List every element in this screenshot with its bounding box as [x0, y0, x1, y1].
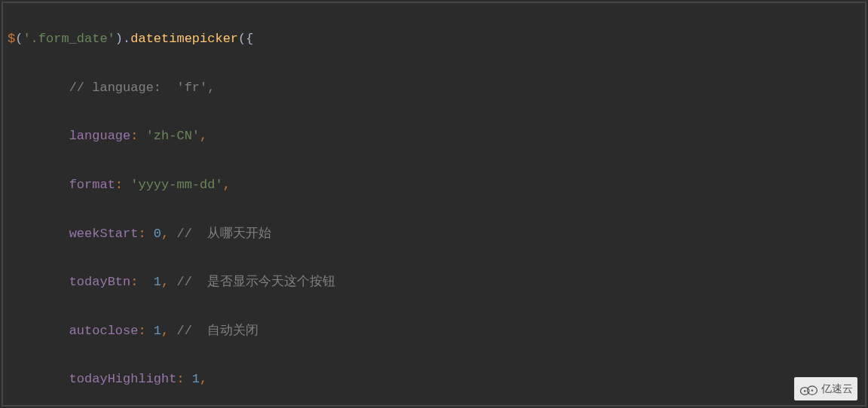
- prop-todayhighlight: todayHighlight: [69, 372, 177, 386]
- colon: :: [138, 227, 153, 241]
- indent: [8, 324, 69, 338]
- colon: :: [130, 275, 154, 289]
- indent: [8, 178, 69, 192]
- code-line-3: format: 'yyyy-mm-dd',: [8, 173, 860, 197]
- indent: [8, 275, 69, 289]
- code-line-5: todayBtn: 1, // 是否显示今天这个按钮: [8, 270, 860, 294]
- paren-open: (: [15, 32, 23, 46]
- val-format: 'yyyy-mm-dd': [130, 178, 222, 192]
- val-todaybtn: 1: [154, 275, 161, 289]
- comma: ,: [161, 324, 176, 338]
- code-line-1: // language: 'fr',: [8, 76, 860, 100]
- prop-weekstart: weekStart: [69, 227, 139, 241]
- prop-todaybtn: todayBtn: [69, 275, 131, 289]
- comment-weekstart: // 从哪天开始: [176, 227, 271, 241]
- call-open: ({: [238, 32, 253, 46]
- code-line-4: weekStart: 0, // 从哪天开始: [8, 222, 860, 246]
- comma: ,: [200, 372, 207, 386]
- code-line-6: autoclose: 1, // 自动关闭: [8, 319, 860, 343]
- code-line-0: $('.form_date').datetimepicker({: [8, 27, 860, 51]
- svg-point-3: [811, 389, 813, 391]
- indent: [8, 129, 69, 143]
- selector-string: '.form_date': [23, 32, 115, 46]
- code-line-7: todayHighlight: 1,: [8, 367, 860, 391]
- prop-format: format: [69, 178, 115, 192]
- indent: [8, 227, 69, 241]
- watermark-text: 亿速云: [821, 379, 853, 399]
- val-zh-cn: 'zh-CN': [146, 129, 200, 143]
- colon: :: [130, 129, 145, 143]
- watermark: 亿速云: [791, 376, 860, 402]
- comma: ,: [161, 227, 176, 241]
- prop-language: language: [69, 129, 131, 143]
- paren-close-dot: ).: [115, 32, 130, 46]
- val-todayhighlight: 1: [192, 372, 200, 386]
- comma: ,: [200, 129, 207, 143]
- comma: ,: [161, 275, 176, 289]
- jquery-dollar: $: [8, 32, 15, 46]
- val-weekstart: 0: [154, 227, 161, 241]
- comment-autoclose: // 自动关闭: [176, 324, 258, 338]
- indent: [8, 81, 69, 95]
- colon: :: [138, 324, 153, 338]
- colon: :: [115, 178, 130, 192]
- watermark-cloud-icon: [799, 382, 818, 396]
- prop-autoclose: autoclose: [69, 324, 139, 338]
- val-autoclose: 1: [154, 324, 161, 338]
- watermark-box: 亿速云: [794, 377, 857, 400]
- comment-todaybtn: // 是否显示今天这个按钮: [176, 275, 335, 289]
- code-block: $('.form_date').datetimepicker({ // lang…: [0, 0, 868, 408]
- svg-point-2: [804, 390, 805, 391]
- method-name: datetimepicker: [130, 32, 238, 46]
- comma: ,: [223, 178, 231, 192]
- indent: [8, 372, 69, 386]
- comment-language-fr: // language: 'fr',: [69, 81, 215, 95]
- code-line-2: language: 'zh-CN',: [8, 124, 860, 148]
- colon: :: [176, 372, 191, 386]
